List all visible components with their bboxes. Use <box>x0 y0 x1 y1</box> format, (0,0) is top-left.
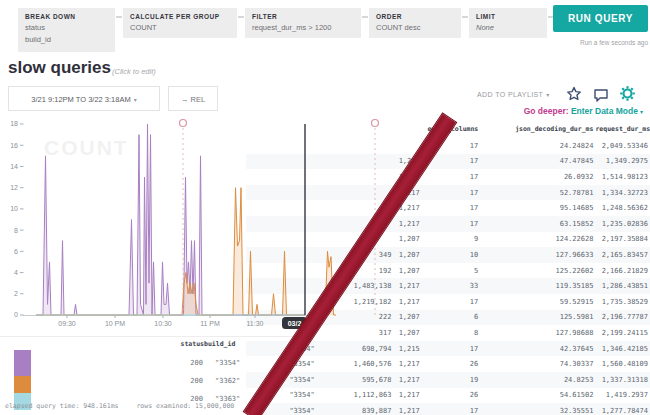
chart-watermark: COUNT <box>44 136 129 159</box>
results-cell: 74.30337 <box>480 356 595 372</box>
results-cell: 5 <box>422 263 481 279</box>
results-cell <box>246 185 317 201</box>
group-row[interactable]: 200"3354" <box>130 354 241 372</box>
column-header-build-id[interactable]: build_id <box>204 338 241 354</box>
column-header-status[interactable]: status <box>130 338 204 354</box>
results-cell: 32.35551 <box>480 403 595 415</box>
results-cell: 1,207 <box>393 325 421 341</box>
time-range-selector[interactable]: 3/21 9:12PM TO 3/22 3:18AM▾ <box>8 86 160 111</box>
enter-data-mode-link[interactable]: Enter Data Mode <box>571 106 638 116</box>
results-cell <box>246 154 317 170</box>
results-cell: 1,337.31318 <box>595 372 650 388</box>
results-cell: 1,217 <box>393 372 421 388</box>
results-cell: 127.96633 <box>480 247 595 263</box>
add-to-playlist-button[interactable]: ADD TO PLAYLIST▾ <box>477 91 550 98</box>
rel-toggle-button[interactable]: → REL <box>168 86 218 111</box>
connector-line <box>462 16 468 18</box>
results-cell: 17 <box>422 185 481 201</box>
results-cell: 17 <box>422 403 481 415</box>
y-tick-label: 2 <box>14 290 18 297</box>
results-row[interactable]: 1,483,1381,21733119.351851,286.43851 <box>246 278 650 294</box>
results-cell <box>246 263 317 279</box>
results-cell: 1,460,576 <box>317 356 394 372</box>
group-header-row: status build_id <box>130 338 241 354</box>
results-row[interactable]: "3354"1,112,8631,2172654.615021,419.2937 <box>246 388 650 404</box>
results-cell <box>317 154 394 170</box>
results-column-header[interactable] <box>393 125 421 138</box>
breakdown-box[interactable]: BREAK DOWN status build_id <box>18 8 115 52</box>
results-column-header[interactable] <box>317 125 394 138</box>
gear-icon[interactable] <box>619 85 636 102</box>
honeycomb-query-page: BREAK DOWN status build_id CALCULATE PER… <box>0 0 650 415</box>
raw-results-table[interactable]: event_columnsjson_decoding_dur_msrequest… <box>246 125 650 415</box>
results-cell: 595,678 <box>317 372 394 388</box>
chevron-down-icon: ▾ <box>546 92 549 98</box>
run-status-text: Run a few seconds ago <box>553 39 648 46</box>
results-column-header[interactable] <box>246 125 317 138</box>
results-cell <box>246 247 317 263</box>
star-icon[interactable] <box>566 86 582 102</box>
chevron-down-icon: ▾ <box>640 109 643 115</box>
limit-box[interactable]: LIMIT None <box>469 8 547 38</box>
results-column-header[interactable]: json_decoding_dur_ms <box>480 125 595 138</box>
group-row[interactable]: 200"3362" <box>130 372 241 390</box>
y-tick-label: 0 <box>14 311 18 318</box>
run-query-button[interactable]: RUN QUERY <box>553 5 648 32</box>
results-column-header[interactable]: request_dur_ms <box>595 125 650 138</box>
results-cell: 17 <box>422 169 481 185</box>
x-tick-label: 10:30 <box>154 320 172 327</box>
calculate-box[interactable]: CALCULATE PER GROUP COUNT <box>123 8 237 38</box>
results-cell: 2,049.53346 <box>595 138 650 154</box>
results-cell: 1,349.2975 <box>595 154 650 170</box>
results-cell: 2,199.24115 <box>595 325 650 341</box>
time-marker-handle[interactable] <box>180 120 187 127</box>
filter-value: request_dur_ms > 1200 <box>252 23 354 32</box>
results-row[interactable]: 1,2171763.158521,235.02836 <box>246 216 650 232</box>
results-cell: 2,166.21829 <box>595 263 650 279</box>
filter-box[interactable]: FILTER request_dur_ms > 1200 <box>245 8 361 38</box>
results-cell: 95.14685 <box>480 200 595 216</box>
results-row[interactable]: 1724.248242,049.53346 <box>246 138 650 154</box>
results-row[interactable]: 1,2079124.226282,197.35884 <box>246 232 650 248</box>
results-cell: 1,235.02836 <box>595 216 650 232</box>
results-row[interactable]: 1,219,1821,2171759.529151,735.38529 <box>246 294 650 310</box>
results-row[interactable]: 1,2171752.787811,334.32723 <box>246 185 650 201</box>
results-cell <box>246 232 317 248</box>
y-tick-label: 14 <box>10 163 18 170</box>
results-cell: 17 <box>422 341 481 357</box>
results-cell: 839,887 <box>317 403 394 415</box>
results-cell: 1,217 <box>393 356 421 372</box>
results-cell <box>317 138 394 154</box>
results-row[interactable]: 1,2171726.09321,514.98123 <box>246 169 650 185</box>
results-row[interactable]: 3491,20710127.966332,165.83457 <box>246 247 650 263</box>
results-row[interactable]: "3354"839,8871,2171732.355511,277.78474 <box>246 403 650 415</box>
group-results-table[interactable]: status build_id 200"3354"200"3362"200"33… <box>130 338 241 408</box>
results-cell: 1,334.32723 <box>595 185 650 201</box>
results-cell: 19 <box>422 372 481 388</box>
group-cell: "3362" <box>204 372 241 390</box>
filter-label: FILTER <box>252 13 354 20</box>
series-legend <box>14 350 31 410</box>
results-row[interactable]: "3354"595,6781,2171924.82531,337.31318 <box>246 372 650 388</box>
results-row[interactable]: "3354"1,460,5761,2172674.303371,560.4810… <box>246 356 650 372</box>
limit-value: None <box>476 23 540 32</box>
results-cell: 52.78781 <box>480 185 595 201</box>
purple-swatch[interactable] <box>14 350 31 376</box>
results-cell: 26.0932 <box>480 169 595 185</box>
results-row[interactable]: 1,2171747.478451,349.2975 <box>246 154 650 170</box>
results-cell: 8 <box>422 325 481 341</box>
results-cell: 1,277.78474 <box>595 403 650 415</box>
order-box[interactable]: ORDER COUNT desc <box>369 8 461 38</box>
results-cell: 317 <box>317 325 394 341</box>
elapsed-time-text: elapsed query time: 948.161ms <box>5 402 119 410</box>
results-row[interactable]: 1921,2075125.226022,166.21829 <box>246 263 650 279</box>
results-cell <box>246 138 317 154</box>
results-cell: 119.35185 <box>480 278 595 294</box>
page-title[interactable]: slow queries <box>8 58 111 78</box>
comment-icon[interactable] <box>593 87 609 103</box>
go-deeper-label: Go deeper: <box>524 106 569 116</box>
orange-swatch[interactable] <box>14 376 31 393</box>
section-divider <box>0 336 302 337</box>
results-row[interactable]: 1,2171795.146851,248.56362 <box>246 200 650 216</box>
results-cell: 1,207 <box>393 263 421 279</box>
